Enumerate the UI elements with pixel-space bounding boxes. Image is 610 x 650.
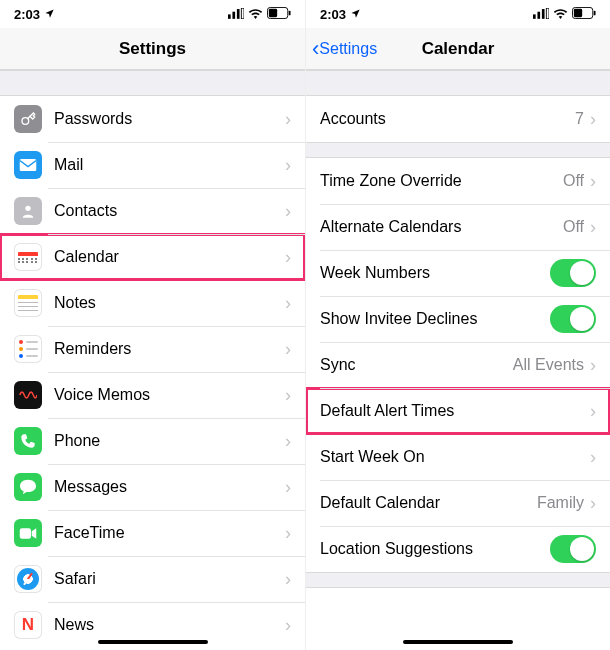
row-label: FaceTime	[54, 524, 285, 542]
row-label: Safari	[54, 570, 285, 588]
voice-memos-icon	[14, 381, 42, 409]
settings-row-messages[interactable]: Messages›	[0, 464, 305, 510]
chevron-right-icon: ›	[285, 293, 291, 314]
row-label: Passwords	[54, 110, 285, 128]
back-label: Settings	[319, 40, 377, 58]
chevron-right-icon: ›	[285, 615, 291, 636]
chevron-right-icon: ›	[590, 355, 596, 376]
notes-icon	[14, 289, 42, 317]
chevron-right-icon: ›	[590, 109, 596, 130]
row-label: Messages	[54, 478, 285, 496]
chevron-right-icon: ›	[285, 109, 291, 130]
calendar-row-declines[interactable]: Show Invitee Declines	[306, 296, 610, 342]
svg-rect-17	[594, 10, 596, 15]
svg-point-9	[25, 206, 30, 211]
battery-icon	[267, 7, 291, 22]
svg-rect-14	[546, 8, 549, 19]
svg-rect-3	[241, 8, 244, 19]
row-label: Location Suggestions	[320, 540, 550, 558]
row-label: Show Invitee Declines	[320, 310, 550, 328]
two-phone-layout: 2:03 Settings Passwords›Mail›Contact	[0, 0, 610, 650]
calendar-row-locsug[interactable]: Location Suggestions	[306, 526, 610, 572]
calendar-row-weeknum[interactable]: Week Numbers	[306, 250, 610, 296]
svg-rect-16	[574, 8, 582, 16]
calendar-row-altcal[interactable]: Alternate CalendarsOff›	[306, 204, 610, 250]
row-label: Default Alert Times	[320, 402, 590, 420]
chevron-right-icon: ›	[285, 339, 291, 360]
calendar-row-sync[interactable]: SyncAll Events›	[306, 342, 610, 388]
wifi-icon	[553, 7, 568, 22]
row-label: News	[54, 616, 285, 634]
settings-row-voicememos[interactable]: Voice Memos›	[0, 372, 305, 418]
page-title: Settings	[119, 39, 186, 59]
row-label: Reminders	[54, 340, 285, 358]
chevron-left-icon: ‹	[312, 38, 319, 60]
chevron-right-icon: ›	[285, 523, 291, 544]
settings-row-reminders[interactable]: Reminders›	[0, 326, 305, 372]
settings-row-contacts[interactable]: Contacts›	[0, 188, 305, 234]
home-indicator[interactable]	[403, 640, 513, 644]
row-value: Family	[537, 494, 584, 512]
battery-icon	[572, 7, 596, 22]
phone-left: 2:03 Settings Passwords›Mail›Contact	[0, 0, 305, 650]
home-indicator[interactable]	[98, 640, 208, 644]
row-label: Voice Memos	[54, 386, 285, 404]
calendar-row-tz[interactable]: Time Zone OverrideOff›	[306, 158, 610, 204]
nav-bar: Settings	[0, 28, 305, 70]
page-title: Calendar	[422, 39, 495, 59]
calendar-row-alerts[interactable]: Default Alert Times›	[306, 388, 610, 434]
row-label: Alternate Calendars	[320, 218, 563, 236]
row-value: Off	[563, 172, 584, 190]
toggle-locsug[interactable]	[550, 535, 596, 563]
settings-row-facetime[interactable]: FaceTime›	[0, 510, 305, 556]
chevron-right-icon: ›	[590, 217, 596, 238]
contacts-icon	[14, 197, 42, 225]
row-label: Start Week On	[320, 448, 590, 466]
news-icon: N	[14, 611, 42, 639]
svg-rect-6	[289, 10, 291, 15]
status-bar: 2:03	[306, 0, 610, 28]
svg-rect-8	[20, 159, 37, 171]
chevron-right-icon: ›	[590, 171, 596, 192]
row-label: Calendar	[54, 248, 285, 266]
row-label: Time Zone Override	[320, 172, 563, 190]
row-label: Contacts	[54, 202, 285, 220]
chevron-right-icon: ›	[590, 447, 596, 468]
messages-icon	[14, 473, 42, 501]
facetime-icon	[14, 519, 42, 547]
row-label: Default Calendar	[320, 494, 537, 512]
toggle-weeknum[interactable]	[550, 259, 596, 287]
status-time: 2:03	[14, 7, 40, 22]
row-label: Mail	[54, 156, 285, 174]
row-label: Sync	[320, 356, 513, 374]
calendar-row-defcal[interactable]: Default CalendarFamily›	[306, 480, 610, 526]
settings-row-phone[interactable]: Phone›	[0, 418, 305, 464]
nav-bar: ‹ Settings Calendar	[306, 28, 610, 70]
mail-icon	[14, 151, 42, 179]
cellular-signal-icon	[533, 7, 549, 22]
calendar-row-accounts[interactable]: Accounts7›	[306, 96, 610, 142]
calendar-settings-list[interactable]: Accounts7›Time Zone OverrideOff›Alternat…	[306, 70, 610, 650]
row-label: Week Numbers	[320, 264, 550, 282]
settings-row-safari[interactable]: Safari›	[0, 556, 305, 602]
calendar-row-startwk[interactable]: Start Week On›	[306, 434, 610, 480]
settings-list[interactable]: Passwords›Mail›Contacts›Calendar›Notes›R…	[0, 70, 305, 650]
chevron-right-icon: ›	[285, 201, 291, 222]
settings-row-mail[interactable]: Mail›	[0, 142, 305, 188]
chevron-right-icon: ›	[285, 155, 291, 176]
svg-rect-2	[237, 9, 240, 19]
settings-row-calendar[interactable]: Calendar›	[0, 234, 305, 280]
row-label: Accounts	[320, 110, 575, 128]
settings-row-notes[interactable]: Notes›	[0, 280, 305, 326]
chevron-right-icon: ›	[285, 247, 291, 268]
toggle-declines[interactable]	[550, 305, 596, 333]
reminders-icon	[14, 335, 42, 363]
svg-rect-1	[232, 11, 235, 18]
chevron-right-icon: ›	[285, 569, 291, 590]
settings-row-passwords[interactable]: Passwords›	[0, 96, 305, 142]
safari-icon	[14, 565, 42, 593]
back-button[interactable]: ‹ Settings	[312, 38, 377, 60]
svg-rect-12	[537, 11, 540, 18]
status-time: 2:03	[320, 7, 346, 22]
row-value: All Events	[513, 356, 584, 374]
